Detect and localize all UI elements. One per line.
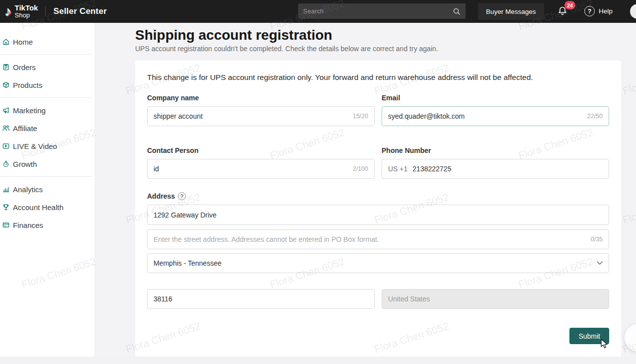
brand-line2: Shop: [15, 12, 38, 19]
main-content: Shipping account registration UPS accoun…: [94, 23, 636, 357]
marketing-icon: [2, 106, 10, 114]
sidebar-divider: [0, 97, 92, 98]
live-video-icon: [2, 142, 10, 150]
address-line2-text[interactable]: [154, 235, 587, 243]
company-name-input[interactable]: 15/20: [147, 106, 375, 126]
chevron-down-icon: [597, 261, 603, 265]
sidebar-item-account-health[interactable]: Account Health: [0, 198, 94, 216]
sidebar-item-label: Orders: [13, 63, 36, 72]
analytics-icon: [2, 185, 10, 193]
country-input-disabled: United States: [382, 289, 609, 309]
sidebar-item-label: Growth: [13, 160, 37, 168]
sidebar-item-label: Products: [13, 81, 42, 89]
company-name-text[interactable]: [154, 112, 349, 120]
sidebar-item-home[interactable]: Home: [0, 33, 94, 51]
page-subtitle: UPS account registration couldn't be com…: [135, 45, 438, 53]
account-health-icon: [2, 203, 10, 211]
top-bar: ♪ TikTok Shop Seller Center Buyer Messag…: [0, 0, 636, 23]
app-title: Seller Center: [53, 6, 106, 16]
sidebar-item-label: LIVE & Video: [13, 142, 57, 150]
address-line1-text[interactable]: [154, 211, 603, 219]
registration-card: This change is for UPS account registrat…: [135, 61, 621, 357]
header-divider: [45, 6, 46, 16]
address-line2-counter: 0/35: [591, 236, 603, 243]
finances-icon: [2, 221, 10, 229]
affiliate-icon: [2, 124, 10, 132]
address-line2-input[interactable]: 0/35: [147, 229, 609, 249]
company-name-label: Company name: [147, 93, 375, 102]
search-box[interactable]: [298, 3, 466, 19]
home-icon: [2, 38, 10, 46]
address-help-icon[interactable]: ?: [178, 192, 186, 200]
sidebar-nav: HomeOrdersProductsMarketingAffiliateLIVE…: [0, 23, 94, 357]
country-value: United States: [388, 295, 430, 303]
contact-person-label: Contact Person: [147, 146, 375, 155]
tiktok-shop-logo[interactable]: ♪ TikTok Shop Seller Center: [5, 0, 107, 23]
search-input[interactable]: [303, 7, 453, 15]
notification-badge: 24: [564, 1, 575, 9]
sidebar-item-label: Home: [13, 38, 33, 46]
page-title: Shipping account registration: [135, 27, 332, 43]
contact-person-counter: 2/100: [353, 165, 368, 172]
sidebar-item-finances[interactable]: Finances: [0, 216, 94, 234]
address-label: Address: [147, 192, 175, 200]
brand-text: TikTok Shop: [15, 4, 38, 18]
sidebar-item-orders[interactable]: Orders: [0, 58, 94, 76]
sidebar-item-label: Affiliate: [13, 124, 37, 133]
address-line1-input[interactable]: [147, 205, 609, 225]
city-state-select[interactable]: Memphis - Tennessee: [147, 253, 609, 273]
orders-icon: [2, 63, 10, 71]
help-label: Help: [599, 7, 613, 15]
contact-person-input[interactable]: 2/100: [147, 159, 375, 179]
submit-button[interactable]: Submit: [569, 328, 609, 344]
sidebar-item-label: Marketing: [13, 106, 46, 115]
phone-country-prefix: US +1: [388, 165, 407, 173]
brand-line1: TikTok: [15, 4, 38, 12]
email-text[interactable]: [388, 112, 583, 120]
sidebar-divider: [0, 54, 92, 55]
help-button[interactable]: ? Help: [584, 6, 613, 16]
sidebar-item-label: Analytics: [13, 185, 43, 194]
email-label: Email: [382, 93, 609, 102]
sidebar-item-label: Account Health: [13, 203, 64, 212]
ups-notice-text: This change is for UPS account registrat…: [147, 73, 609, 82]
search-icon: [453, 7, 461, 15]
address-label-row: Address ?: [147, 192, 609, 201]
zip-code-text[interactable]: [154, 295, 368, 303]
products-icon: [2, 81, 10, 89]
company-name-counter: 15/20: [353, 113, 368, 120]
sidebar-item-label: Finances: [13, 221, 43, 229]
growth-icon: [2, 160, 10, 168]
email-counter: 22/50: [587, 113, 603, 120]
sidebar-item-growth[interactable]: Growth: [0, 155, 94, 173]
sidebar-divider: [0, 176, 92, 177]
avatar[interactable]: [630, 4, 636, 19]
bottom-strip: [0, 357, 636, 364]
city-state-value: Memphis - Tennessee: [154, 259, 222, 267]
zip-code-input[interactable]: [147, 289, 375, 309]
contact-person-text[interactable]: [154, 165, 349, 173]
sidebar-item-marketing[interactable]: Marketing: [0, 101, 94, 119]
email-input[interactable]: 22/50: [382, 106, 609, 126]
buyer-messages-button[interactable]: Buyer Messages: [478, 3, 544, 20]
sidebar-item-live-video[interactable]: LIVE & Video: [0, 137, 94, 155]
sidebar-item-products[interactable]: Products: [0, 76, 94, 94]
phone-number-input[interactable]: US +1 2138222725: [382, 159, 609, 179]
phone-number-label: Phone Number: [382, 146, 609, 155]
sidebar-item-analytics[interactable]: Analytics: [0, 180, 94, 198]
tiktok-note-icon: ♪: [5, 5, 12, 18]
sidebar-item-affiliate[interactable]: Affiliate: [0, 119, 94, 137]
phone-number-value: 2138222725: [412, 165, 451, 173]
help-icon: ?: [584, 6, 595, 16]
